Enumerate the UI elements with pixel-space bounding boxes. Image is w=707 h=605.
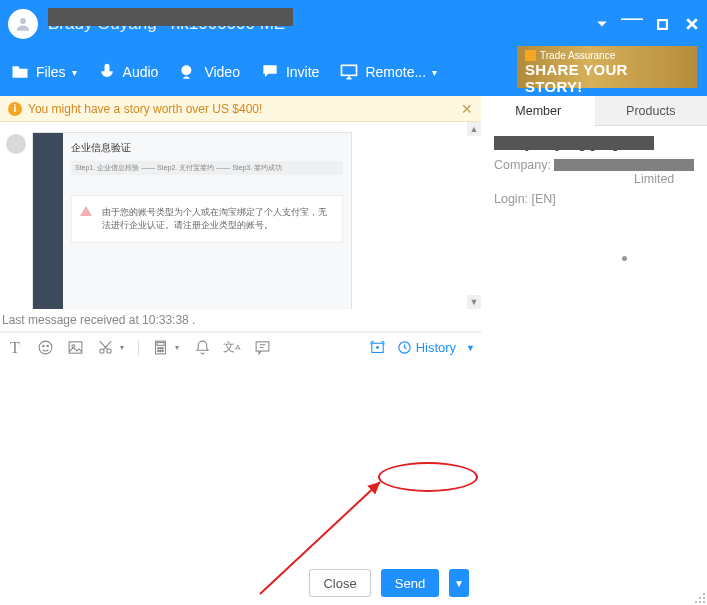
- svg-point-8: [42, 345, 43, 346]
- calc-caret-icon[interactable]: ▾: [173, 339, 181, 357]
- member-name: Brady Ouyang [EN]: [494, 136, 695, 152]
- remote-label: Remote...: [365, 64, 426, 80]
- company-redaction: [554, 159, 694, 171]
- svg-point-3: [267, 69, 269, 71]
- emoji-icon[interactable]: [36, 339, 54, 357]
- notice-bar[interactable]: i You might have a story worth over US $…: [0, 96, 481, 122]
- last-message-status: Last message received at 10:33:38 .: [0, 309, 481, 332]
- shield-icon: [525, 50, 536, 61]
- chat-history-area: 企业信息验证 Step1. 企业信息核验 —— Step2. 支付宝签约 —— …: [0, 122, 481, 309]
- invite-label: Invite: [286, 64, 319, 80]
- resize-grip[interactable]: [693, 591, 705, 603]
- files-button[interactable]: Files ▾: [10, 62, 77, 82]
- quick-phrase-icon[interactable]: [253, 339, 271, 357]
- tab-member[interactable]: Member: [482, 96, 595, 126]
- sender-avatar: [6, 134, 26, 154]
- history-button[interactable]: History: [393, 340, 460, 355]
- files-caret-icon: ▾: [72, 67, 77, 78]
- svg-point-21: [161, 350, 162, 351]
- svg-rect-15: [156, 343, 163, 346]
- clock-icon: [397, 340, 412, 355]
- history-label: History: [416, 340, 456, 355]
- close-window-button[interactable]: [677, 9, 707, 39]
- svg-rect-1: [658, 20, 667, 29]
- tab-products[interactable]: Products: [595, 96, 708, 126]
- video-label: Video: [204, 64, 240, 80]
- svg-point-0: [20, 18, 26, 24]
- svg-point-2: [182, 65, 192, 75]
- video-button[interactable]: Video: [178, 62, 240, 82]
- message-image-bubble[interactable]: 企业信息验证 Step1. 企业信息核验 —— Step2. 支付宝签约 —— …: [32, 132, 352, 309]
- notice-text: You might have a story worth over US $40…: [28, 102, 262, 116]
- translate-icon[interactable]: 文A: [223, 339, 241, 357]
- chat-scrollbar[interactable]: ▲ ▼: [467, 122, 481, 309]
- audio-button[interactable]: Audio: [97, 62, 159, 82]
- toolbar-separator: [138, 340, 139, 356]
- svg-point-17: [159, 348, 160, 349]
- screenshot-icon[interactable]: [369, 339, 387, 357]
- close-label: Close: [323, 576, 356, 591]
- window-menu-caret[interactable]: [587, 9, 617, 39]
- bell-icon[interactable]: [193, 339, 211, 357]
- image-icon[interactable]: [66, 339, 84, 357]
- minimize-button[interactable]: —: [617, 9, 647, 39]
- name-redaction: [494, 136, 654, 150]
- compose-toolbar: T ▾ ▾ 文A History ▼: [0, 332, 481, 362]
- calculator-icon[interactable]: [151, 339, 169, 357]
- history-caret-icon[interactable]: ▼: [466, 343, 475, 353]
- send-options-button[interactable]: ▼: [449, 569, 469, 597]
- audio-label: Audio: [123, 64, 159, 80]
- svg-point-20: [159, 350, 160, 351]
- company-label: Company:: [494, 158, 551, 172]
- scroll-up-button[interactable]: ▲: [467, 122, 481, 136]
- cut-caret-icon[interactable]: ▾: [118, 339, 126, 357]
- svg-point-24: [376, 346, 379, 349]
- contact-avatar: [8, 9, 38, 39]
- font-icon[interactable]: T: [6, 339, 24, 357]
- scroll-down-button[interactable]: ▼: [467, 295, 481, 309]
- bubble-alert: 由于您的账号类型为个人或在淘宝绑定了个人支付宝，无法进行企业认证。请注册企业类型…: [71, 195, 343, 243]
- invite-button[interactable]: Invite: [260, 62, 319, 82]
- tab-products-label: Products: [626, 104, 675, 118]
- maximize-button[interactable]: [647, 9, 677, 39]
- remote-button[interactable]: Remote... ▾: [339, 62, 437, 82]
- tab-member-label: Member: [515, 104, 561, 118]
- banner-line2: SHARE YOUR STORY!: [525, 61, 689, 95]
- title-redaction: [48, 8, 293, 26]
- remote-caret-icon: ▾: [432, 67, 437, 78]
- info-icon: i: [8, 102, 22, 116]
- send-label: Send: [395, 576, 425, 591]
- send-button[interactable]: Send: [381, 569, 439, 597]
- svg-rect-6: [342, 65, 357, 75]
- login-line: Login: [EN]: [494, 192, 695, 206]
- svg-point-16: [157, 348, 158, 349]
- company-suffix: Limited: [634, 172, 674, 186]
- svg-point-4: [270, 69, 272, 71]
- svg-rect-22: [256, 342, 269, 351]
- cut-icon[interactable]: [96, 339, 114, 357]
- svg-point-5: [273, 69, 275, 71]
- files-label: Files: [36, 64, 66, 80]
- svg-point-9: [46, 345, 47, 346]
- company-line: Company: Limited: [494, 158, 695, 186]
- compose-input[interactable]: [0, 362, 481, 561]
- banner-line1: Trade Assurance: [540, 50, 615, 61]
- svg-point-18: [161, 348, 162, 349]
- svg-point-19: [157, 350, 158, 351]
- close-chat-button[interactable]: Close: [309, 569, 371, 597]
- bubble-title: 企业信息验证: [71, 141, 343, 155]
- trade-assurance-banner[interactable]: Trade Assurance SHARE YOUR STORY!: [517, 46, 697, 88]
- bubble-steps: Step1. 企业信息核验 —— Step2. 支付宝签约 —— Step3. …: [71, 161, 343, 175]
- loading-dot: [622, 256, 627, 261]
- svg-rect-10: [69, 342, 82, 353]
- svg-point-7: [39, 341, 52, 354]
- member-panel: Brady Ouyang [EN] Company: Limited Login…: [482, 126, 707, 216]
- notice-close-button[interactable]: ✕: [461, 101, 473, 117]
